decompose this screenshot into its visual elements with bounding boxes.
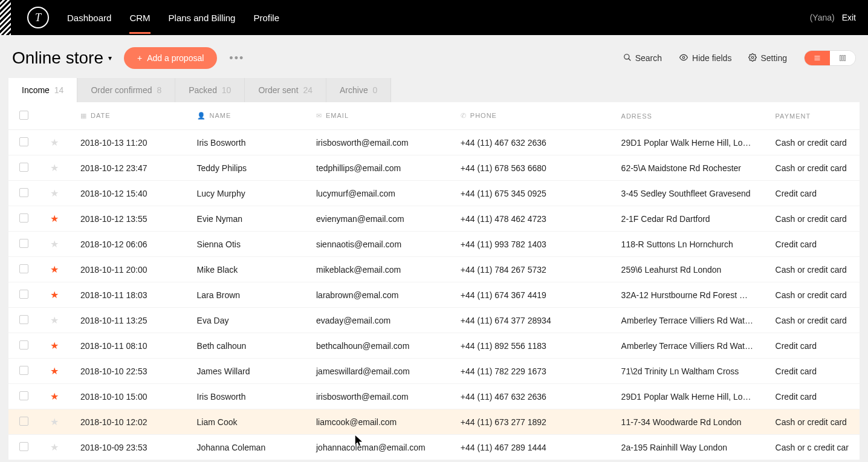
- cell-payment: Cash or c credit car: [765, 435, 860, 460]
- cell-date: 2018-10-12 23:47: [70, 155, 186, 181]
- cell-address: 29D1 Poplar Walk Herne Hill, Lond...: [611, 130, 765, 155]
- nav-item-plans-and-billing[interactable]: Plans and Billing: [169, 2, 236, 34]
- decorative-pattern: [0, 0, 11, 35]
- table-row[interactable]: ★2018-10-12 15:40Lucy Murphylucymurf@ema…: [8, 181, 860, 206]
- row-checkbox[interactable]: [19, 366, 28, 375]
- cell-email: irisbosworth@email.com: [305, 130, 450, 155]
- row-checkbox[interactable]: [19, 213, 28, 223]
- table-header-row: ▦DATE 👤NAME ✉EMAIL ✆PHONE ADRESS PAYMENT: [8, 102, 860, 130]
- tab-count: 0: [373, 85, 378, 95]
- star-icon[interactable]: ★: [50, 137, 59, 148]
- toolbar-right: Search Hide fields Setting: [623, 50, 856, 66]
- table-row[interactable]: ★2018-10-11 08:10Beth calhounbethcalhoun…: [8, 333, 860, 359]
- cell-phone: +44 (11) 673 277 1892: [450, 409, 611, 435]
- row-checkbox[interactable]: [19, 290, 28, 299]
- table-row[interactable]: ★2018-10-10 12:02Liam Cookliamcook@email…: [8, 409, 860, 435]
- row-checkbox[interactable]: [19, 340, 28, 350]
- add-proposal-button[interactable]: + Add a proposal: [124, 47, 217, 69]
- page-title-dropdown[interactable]: Online store ▾: [12, 48, 112, 68]
- star-icon[interactable]: ★: [50, 417, 59, 427]
- svg-rect-8: [842, 56, 843, 61]
- tab-archive[interactable]: Archive 0: [326, 78, 391, 102]
- table-row[interactable]: ★2018-10-10 22:53James Willardjameswilla…: [8, 359, 860, 384]
- nav-item-dashboard[interactable]: Dashboard: [67, 2, 111, 34]
- row-checkbox[interactable]: [19, 188, 28, 197]
- eye-icon: [679, 53, 688, 63]
- hide-fields-button[interactable]: Hide fields: [679, 53, 731, 63]
- cell-email: evienyman@email.com: [305, 206, 450, 232]
- star-icon[interactable]: ★: [50, 163, 59, 173]
- cell-payment: Cash or credit card: [765, 409, 860, 435]
- row-checkbox[interactable]: [19, 315, 28, 324]
- row-checkbox[interactable]: [19, 163, 28, 172]
- logo[interactable]: T: [27, 7, 49, 28]
- cell-phone: +44 (11) 993 782 1403: [450, 232, 611, 257]
- exit-link[interactable]: Exit: [842, 13, 856, 22]
- header-right: (Yana) Exit: [810, 13, 856, 22]
- star-icon[interactable]: ★: [50, 290, 59, 300]
- more-options-button[interactable]: •••: [229, 52, 244, 65]
- star-icon[interactable]: ★: [50, 213, 59, 224]
- star-icon[interactable]: ★: [50, 391, 59, 402]
- tab-order-confirmed[interactable]: Order confirmed 8: [77, 78, 175, 102]
- table-row[interactable]: ★2018-10-09 23:53Johanna Colemanjohannac…: [8, 435, 860, 460]
- cell-phone: +44 (11) 674 377 28934: [450, 308, 611, 333]
- add-button-label: Add a proposal: [147, 53, 204, 63]
- cell-phone: +44 (11) 478 462 4723: [450, 206, 611, 232]
- cell-payment: Credit card: [765, 232, 860, 257]
- col-address-label: ADRESS: [621, 112, 652, 120]
- star-icon[interactable]: ★: [50, 264, 59, 275]
- cell-payment: Credit card: [765, 333, 860, 359]
- cell-name: Eva Day: [186, 308, 305, 333]
- envelope-icon: ✉: [316, 112, 322, 119]
- table-row[interactable]: ★2018-10-11 18:03Lara Brownlarabrown@ema…: [8, 282, 860, 308]
- table-row[interactable]: ★2018-10-10 15:00Iris Bosworthirisboswor…: [8, 384, 860, 409]
- setting-button[interactable]: Setting: [748, 53, 787, 63]
- table-row[interactable]: ★2018-10-12 13:55Evie Nymanevienyman@ema…: [8, 206, 860, 232]
- toolbar: Online store ▾ + Add a proposal ••• Sear…: [0, 35, 868, 78]
- tab-income[interactable]: Income 14: [8, 78, 77, 102]
- cell-payment: Cash or credit card: [765, 257, 860, 282]
- row-checkbox[interactable]: [19, 417, 28, 426]
- nav-item-crm[interactable]: CRM: [129, 2, 150, 34]
- table-row[interactable]: ★2018-10-12 06:06Sienna Otissiennaotis@e…: [8, 232, 860, 257]
- star-icon[interactable]: ★: [50, 366, 59, 376]
- search-button[interactable]: Search: [623, 53, 662, 63]
- table-row[interactable]: ★2018-10-11 20:00Mike Blackmikeblack@ema…: [8, 257, 860, 282]
- table-row[interactable]: ★2018-10-13 11:20Iris Bosworthirisboswor…: [8, 130, 860, 155]
- star-icon[interactable]: ★: [50, 340, 59, 351]
- cell-name: Evie Nyman: [186, 206, 305, 232]
- svg-line-1: [628, 58, 630, 60]
- table-row[interactable]: ★2018-10-11 13:25Eva Dayevaday@email.com…: [8, 308, 860, 333]
- cell-email: larabrown@emal.com: [305, 282, 450, 308]
- row-checkbox[interactable]: [19, 391, 28, 400]
- row-checkbox[interactable]: [19, 137, 28, 146]
- cell-address: 259\6 Leahurst Rd London: [611, 257, 765, 282]
- cell-date: 2018-10-12 15:40: [70, 181, 186, 206]
- tab-packed[interactable]: Packed 10: [175, 78, 245, 102]
- select-all-checkbox[interactable]: [19, 111, 28, 120]
- logo-letter: T: [35, 11, 41, 24]
- cell-phone: +44 (11) 467 289 1444: [450, 435, 611, 460]
- star-icon[interactable]: ★: [50, 188, 59, 198]
- tab-count: 10: [222, 85, 232, 95]
- row-checkbox[interactable]: [19, 264, 28, 273]
- table-container: ▦DATE 👤NAME ✉EMAIL ✆PHONE ADRESS PAYMENT…: [8, 102, 860, 460]
- cell-email: evaday@email.com: [305, 308, 450, 333]
- cell-email: liamcook@email.com: [305, 409, 450, 435]
- row-checkbox[interactable]: [19, 442, 28, 451]
- tab-order-sent[interactable]: Order sent 24: [245, 78, 326, 102]
- star-icon[interactable]: ★: [50, 442, 59, 452]
- svg-point-0: [624, 54, 629, 59]
- star-icon[interactable]: ★: [50, 315, 59, 325]
- cell-name: Iris Bosworth: [186, 130, 305, 155]
- row-checkbox[interactable]: [19, 239, 28, 248]
- star-icon[interactable]: ★: [50, 239, 59, 249]
- table-row[interactable]: ★2018-10-12 23:47Teddy Philipstedphillip…: [8, 155, 860, 181]
- cell-address: 11-7-34 Woodwarde Rd London: [611, 409, 765, 435]
- cell-phone: +44 (11) 678 563 6680: [450, 155, 611, 181]
- cell-date: 2018-10-10 15:00: [70, 384, 186, 409]
- board-view-button[interactable]: [830, 51, 855, 65]
- list-view-button[interactable]: [805, 51, 830, 65]
- nav-item-profile[interactable]: Profile: [253, 2, 279, 34]
